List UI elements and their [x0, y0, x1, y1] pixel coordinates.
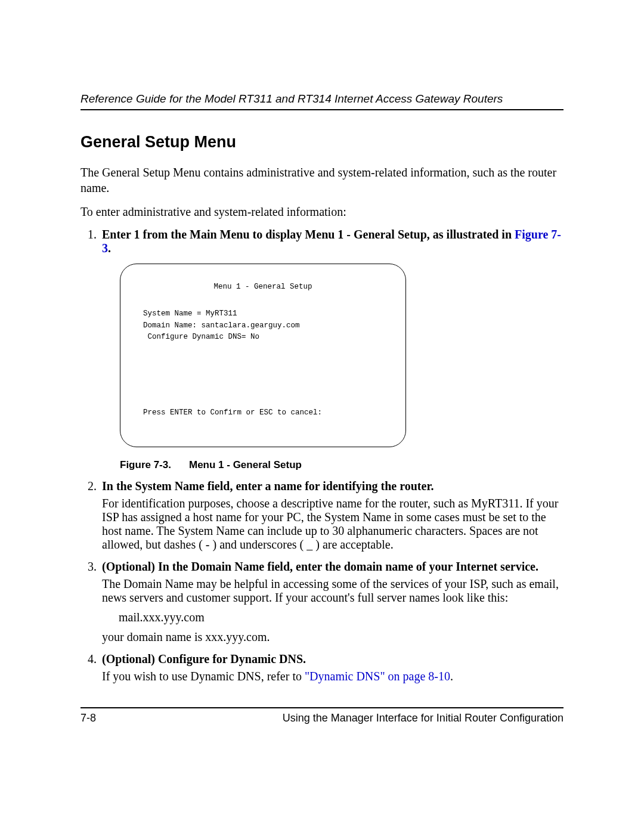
intro-paragraph-1: The General Setup Menu contains administ…	[80, 165, 564, 196]
step-4-post: .	[450, 670, 453, 683]
dyn-dns-value: No	[250, 333, 259, 341]
system-name-label: System Name =	[143, 309, 206, 318]
intro-paragraph-2: To enter administrative and system-relat…	[80, 204, 564, 219]
step-4-pre: If you wish to use Dynamic DNS, refer to	[102, 670, 305, 683]
menu-screenshot: Menu 1 - General Setup System Name = MyR…	[120, 264, 406, 447]
step-1: Enter 1 from the Main Menu to display Me…	[100, 228, 564, 471]
menu-title: Menu 1 - General Setup	[129, 281, 397, 293]
step-2: In the System Name field, enter a name f…	[100, 479, 564, 552]
step-3-lead: (Optional) In the Domain Name field, ent…	[102, 560, 538, 573]
step-3-example: mail.xxx.yyy.com	[119, 611, 564, 624]
step-2-body: For identification purposes, choose a de…	[102, 497, 564, 552]
figure-label: Figure 7-3.	[120, 459, 171, 470]
menu-prompt: Press ENTER to Confirm or ESC to cancel:	[143, 407, 397, 419]
chapter-title: Using the Manager Interface for Initial …	[283, 712, 564, 724]
page-number: 7-8	[80, 712, 96, 724]
figure-caption: Figure 7-3.Menu 1 - General Setup	[120, 459, 564, 471]
step-4-lead: (Optional) Configure for Dynamic DNS.	[102, 652, 306, 665]
step-4-body: If you wish to use Dynamic DNS, refer to…	[102, 670, 564, 683]
menu-body: System Name = MyRT311 Domain Name: santa…	[143, 308, 397, 343]
step-3-body-2: your domain name is xxx.yyy.com.	[102, 630, 564, 644]
section-heading: General Setup Menu	[80, 133, 564, 151]
system-name-value: MyRT311	[206, 309, 237, 318]
step-3: (Optional) In the Domain Name field, ent…	[100, 560, 564, 644]
step-1-tail: .	[108, 241, 111, 255]
dyn-dns-label: Configure Dynamic DNS=	[143, 333, 250, 341]
step-3-body-1: The Domain Name may be helpful in access…	[102, 577, 564, 605]
figure-caption-text: Menu 1 - General Setup	[189, 459, 302, 470]
step-1-lead: Enter 1 from the Main Menu to display Me…	[102, 228, 515, 241]
dynamic-dns-link[interactable]: "Dynamic DNS" on page 8-10	[305, 670, 450, 683]
figure-container: Menu 1 - General Setup System Name = MyR…	[120, 264, 564, 471]
page-footer: 7-8 Using the Manager Interface for Init…	[80, 707, 564, 724]
step-4: (Optional) Configure for Dynamic DNS. If…	[100, 652, 564, 683]
domain-name-value: santaclara.gearguy.com	[202, 321, 300, 330]
document-page: Reference Guide for the Model RT311 and …	[0, 0, 644, 724]
step-list: Enter 1 from the Main Menu to display Me…	[80, 228, 564, 683]
running-header: Reference Guide for the Model RT311 and …	[80, 92, 564, 110]
step-2-lead: In the System Name field, enter a name f…	[102, 479, 434, 493]
domain-name-label: Domain Name:	[143, 321, 202, 330]
